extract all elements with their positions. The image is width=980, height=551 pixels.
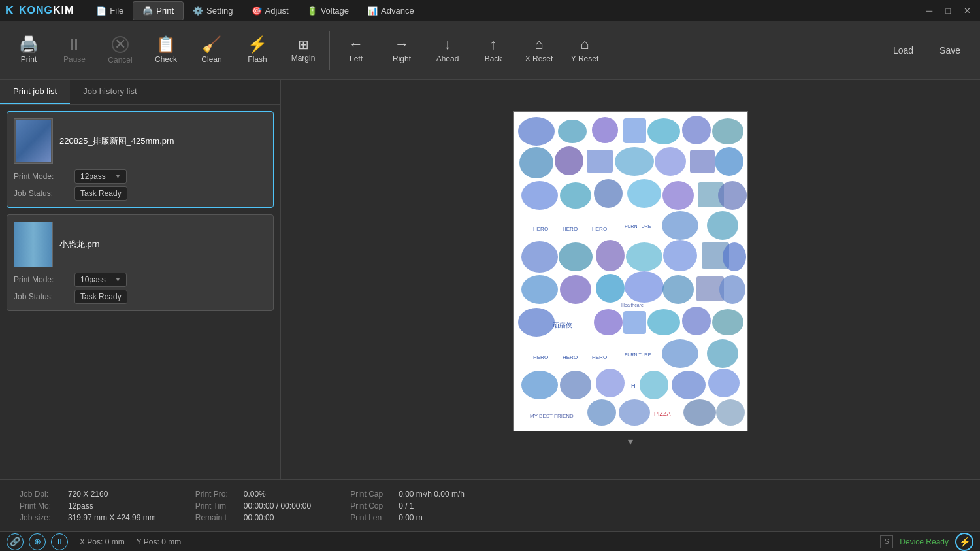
- svg-point-42: [518, 308, 555, 337]
- svg-point-60: [672, 371, 706, 399]
- tab-job-history[interactable]: Job history list: [70, 80, 150, 104]
- print-mode-dropdown-2[interactable]: 10pass ▼: [74, 273, 127, 287]
- svg-point-2: [558, 120, 587, 143]
- svg-point-1: [518, 117, 555, 146]
- svg-point-29: [559, 242, 593, 271]
- print-icon: 🖨️: [19, 37, 39, 52]
- left-icon: ←: [349, 37, 363, 52]
- link-status-icon[interactable]: 🔗: [7, 533, 24, 550]
- svg-rect-10: [587, 150, 613, 173]
- pause-button[interactable]: ⏸ Pause: [52, 25, 97, 76]
- left-button[interactable]: ← Left: [334, 25, 378, 76]
- job-status-badge-2: Task Ready: [74, 290, 127, 304]
- back-button[interactable]: ↑ Back: [471, 25, 515, 76]
- close-button[interactable]: ✕: [960, 5, 975, 17]
- info-time: Print Tim 00:00:00 / 00:00:00: [195, 501, 311, 510]
- window-controls: ─ □ ✕: [923, 5, 975, 17]
- pause-status-icon[interactable]: ⏸: [51, 533, 68, 550]
- svg-rect-4: [623, 118, 646, 143]
- x-pos-label: X Pos: 0 mm: [80, 537, 125, 546]
- margin-icon: ⊞: [298, 38, 309, 51]
- nav-advance[interactable]: 📊 Advance: [358, 2, 423, 20]
- grid-status-icon[interactable]: ⊕: [29, 533, 46, 550]
- minimize-button[interactable]: ─: [923, 5, 936, 17]
- svg-text:MY BEST FRIEND: MY BEST FRIEND: [530, 413, 574, 419]
- info-col-1: Job Dpi: 720 X 2160 Print Mo: 12pass Job…: [20, 490, 156, 522]
- check-button[interactable]: 📋 Check: [144, 25, 188, 76]
- svg-point-15: [521, 181, 558, 210]
- svg-point-67: [716, 399, 745, 426]
- file-icon: 📄: [96, 6, 106, 16]
- toolbar-separator: [329, 31, 330, 70]
- y-pos-label: Y Pos: 0 mm: [137, 537, 181, 546]
- nav-voltage[interactable]: 🔋 Voltage: [298, 2, 358, 20]
- svg-point-36: [560, 275, 591, 304]
- job-status-badge-1: Task Ready: [74, 186, 127, 201]
- job-list: 220825_排版新图_425mm.prn Print Mode: 12pass…: [0, 105, 280, 318]
- device-indicator: S: [880, 535, 893, 548]
- svg-point-28: [521, 241, 558, 273]
- svg-point-48: [712, 309, 743, 335]
- right-button[interactable]: → Right: [380, 25, 424, 76]
- print-nav-icon: 🖨️: [142, 6, 153, 16]
- nav-print[interactable]: 🖨️ Print: [133, 1, 184, 20]
- svg-point-3: [592, 117, 618, 143]
- advance-icon: 📊: [367, 6, 378, 16]
- margin-button[interactable]: ⊞ Margin: [281, 25, 325, 76]
- svg-point-27: [707, 211, 738, 240]
- ahead-icon: ↓: [444, 37, 451, 52]
- svg-point-63: [587, 399, 616, 426]
- flash-icon: ⚡: [248, 37, 267, 52]
- job-card-1[interactable]: 220825_排版新图_425mm.prn Print Mode: 12pass…: [7, 111, 274, 208]
- flash-button[interactable]: ⚡ Flash: [235, 25, 280, 76]
- svg-point-9: [555, 146, 583, 175]
- toolbar: 🖨️ Print ⏸ Pause ✕ Cancel 📋 Check 🧹 Clea…: [0, 21, 980, 80]
- svg-text:HERO: HERO: [592, 354, 607, 360]
- xreset-button[interactable]: ⌂ X Reset: [517, 25, 561, 76]
- yreset-button[interactable]: ⌂ Y Reset: [563, 25, 607, 76]
- device-status-text: Device Ready: [900, 537, 949, 546]
- job-title-1: 220825_排版新图_425mm.prn: [59, 135, 174, 147]
- info-remain: Remain t 00:00:00: [195, 513, 311, 522]
- svg-point-5: [647, 118, 680, 144]
- info-bar: Job Dpi: 720 X 2160 Print Mo: 12pass Job…: [0, 479, 980, 531]
- app-logo: K KONGKIM: [5, 4, 74, 18]
- svg-text:FURNITURE: FURNITURE: [625, 352, 651, 357]
- svg-point-39: [662, 275, 694, 304]
- save-button[interactable]: Save: [933, 41, 967, 59]
- preview-svg: HERO HERO HERO FURNITURE: [514, 112, 748, 431]
- ahead-button[interactable]: ↓ Ahead: [425, 25, 470, 76]
- load-button[interactable]: Load: [887, 41, 920, 59]
- info-size: Job size: 319.97 mm X 424.99 mm: [20, 513, 156, 522]
- job-card-2[interactable]: 小恐龙.prn Print Mode: 10pass ▼ Job Status:…: [7, 214, 274, 311]
- main-nav: 📄 File 🖨️ Print ⚙️ Setting 🎯 Adjust 🔋 Vo…: [87, 1, 923, 20]
- status-right: S Device Ready ⚡: [880, 533, 973, 551]
- svg-text:FURNITURE: FURNITURE: [625, 224, 651, 229]
- job-thumb-inner-2: [14, 222, 52, 267]
- svg-point-59: [640, 371, 668, 399]
- maximize-button[interactable]: □: [941, 5, 955, 17]
- nav-setting[interactable]: ⚙️ Setting: [184, 2, 242, 20]
- svg-point-6: [682, 116, 711, 144]
- clean-button[interactable]: 🧹 Clean: [189, 25, 234, 76]
- dropdown-arrow-icon-2: ▼: [115, 276, 121, 283]
- tab-print-job[interactable]: Print job list: [0, 80, 70, 104]
- svg-text:HERO: HERO: [563, 226, 578, 232]
- status-bar: 🔗 ⊕ ⏸ X Pos: 0 mm Y Pos: 0 mm S Device R…: [0, 531, 980, 551]
- print-button[interactable]: 🖨️ Print: [7, 25, 51, 76]
- clean-icon: 🧹: [202, 37, 221, 52]
- svg-text:PIZZA: PIZZA: [654, 410, 671, 417]
- power-status-icon[interactable]: ⚡: [955, 533, 973, 551]
- svg-point-47: [682, 307, 711, 335]
- svg-point-17: [594, 179, 623, 208]
- dropdown-arrow-icon: ▼: [115, 173, 121, 180]
- svg-point-38: [625, 271, 664, 303]
- print-mode-dropdown-1[interactable]: 12pass ▼: [74, 169, 127, 184]
- nav-file[interactable]: 📄 File: [87, 2, 133, 20]
- nav-adjust[interactable]: 🎯 Adjust: [242, 2, 298, 20]
- svg-text:HERO: HERO: [563, 354, 578, 360]
- svg-point-31: [626, 242, 662, 271]
- cancel-button[interactable]: ✕ Cancel: [98, 25, 142, 76]
- svg-point-44: [594, 309, 623, 335]
- info-col-3: Print Cap 0.00 m²/h 0.00 m/h Print Cop 0…: [350, 490, 465, 522]
